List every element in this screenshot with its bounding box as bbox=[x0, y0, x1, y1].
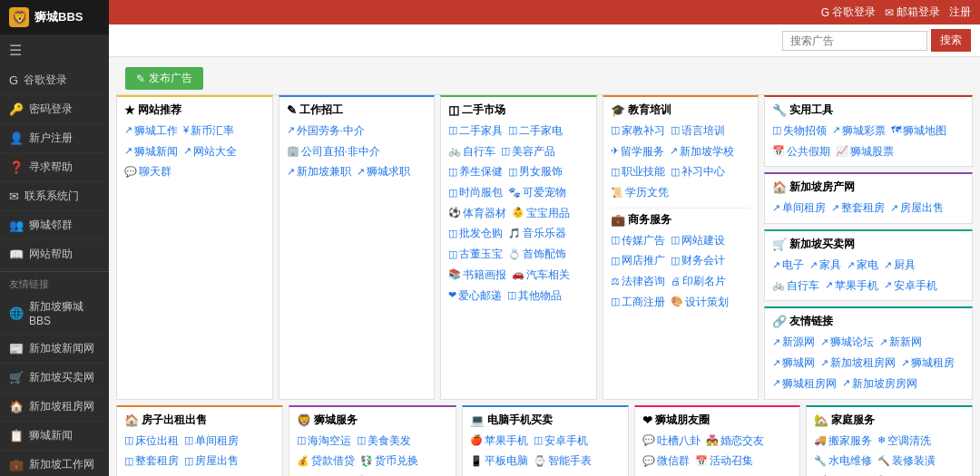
link-kitchen[interactable]: ↗厨具 bbox=[884, 256, 916, 275]
hamburger-icon[interactable]: ☰ bbox=[0, 34, 109, 66]
link-xinyuan[interactable]: ↗新源网 bbox=[772, 333, 815, 352]
link-bed-rent[interactable]: ◫床位出租 bbox=[124, 432, 179, 451]
link-lion-net[interactable]: ↗狮城网 bbox=[772, 354, 815, 373]
link-android-phone[interactable]: ↗安卓手机 bbox=[884, 277, 937, 296]
link-currency-exchange[interactable]: 💱货币兑换 bbox=[360, 452, 418, 471]
link-food-beauty[interactable]: ◫美食美发 bbox=[357, 432, 411, 451]
link-fashion[interactable]: ◫时尚服包 bbox=[448, 183, 503, 202]
topbar-google-login[interactable]: G 谷歌登录 bbox=[821, 5, 876, 20]
link-pets[interactable]: 🐾可爱宠物 bbox=[508, 183, 566, 202]
sidebar-item-lion-news[interactable]: 📋 狮城新闻 bbox=[0, 422, 109, 451]
link-lion-forum[interactable]: ↗狮城论坛 bbox=[820, 333, 874, 352]
sidebar-item-house[interactable]: 🏠 新加坡租房网 bbox=[0, 393, 109, 422]
link-biz-register[interactable]: ◫工商注册 bbox=[611, 293, 665, 312]
link-beauty[interactable]: ◫美容产品 bbox=[501, 142, 555, 161]
link-site-all[interactable]: ↗网站大全 bbox=[183, 142, 237, 161]
sidebar-item-register[interactable]: 👤 新户注册 bbox=[0, 124, 109, 153]
link-electronics[interactable]: ↗电子 bbox=[772, 256, 804, 275]
topbar-register[interactable]: 注册 bbox=[949, 5, 971, 20]
link-other-items[interactable]: ◫其他物品 bbox=[507, 287, 562, 306]
link-bluetooth-watch[interactable]: ◫蓝牙手表 bbox=[470, 472, 524, 476]
link-car[interactable]: 🚗汽车相关 bbox=[512, 266, 570, 285]
link-sg-parttime[interactable]: ↗新加坡兼职 bbox=[287, 162, 351, 181]
link-printing[interactable]: 🖨印刷名片 bbox=[671, 272, 726, 291]
search-input[interactable] bbox=[782, 31, 927, 51]
link-single-rent[interactable]: ↗单间租房 bbox=[772, 199, 826, 218]
link-map[interactable]: 🗺狮城地图 bbox=[891, 121, 946, 141]
link-xinxin[interactable]: ↗新新网 bbox=[879, 333, 922, 352]
link-clothes[interactable]: ◫男女服饰 bbox=[508, 162, 563, 181]
link-wechat-group[interactable]: 💬微信群 bbox=[642, 452, 690, 471]
link-tablet[interactable]: 📱平板电脑 bbox=[470, 452, 528, 471]
sidebar-item-news[interactable]: 📰 新加坡新闻网 bbox=[0, 335, 109, 364]
sidebar-item-bbs[interactable]: 🌐 新加坡狮城BBS bbox=[0, 293, 109, 335]
link-direct-hire[interactable]: 🏢公司直招·非中介 bbox=[287, 142, 380, 161]
link-events[interactable]: 📅活动召集 bbox=[695, 452, 753, 471]
link-sg-house-net[interactable]: ↗新加坡房房网 bbox=[842, 374, 917, 393]
sidebar-item-help[interactable]: ❓ 寻求帮助 bbox=[0, 153, 109, 182]
link-lion-rent[interactable]: ↗狮城租房 bbox=[901, 354, 955, 373]
link-tuition-center[interactable]: ◫补习中心 bbox=[671, 162, 725, 181]
link-furniture[interactable]: ↗家具 bbox=[809, 256, 841, 275]
link-travel[interactable]: ✈狮城旅游 bbox=[297, 472, 350, 476]
link-currency[interactable]: ¥新币汇率 bbox=[183, 121, 234, 141]
topbar-email-login[interactable]: ✉ 邮箱登录 bbox=[885, 5, 940, 20]
link-android-mobile[interactable]: ◫安卓手机 bbox=[534, 432, 588, 451]
link-language[interactable]: ◫语言培训 bbox=[671, 121, 725, 141]
link-music[interactable]: 🎵音乐乐器 bbox=[508, 224, 566, 243]
link-immigration[interactable]: 📋移民·签证 bbox=[356, 472, 416, 476]
link-moving[interactable]: 🚚搬家服务 bbox=[814, 432, 872, 451]
link-books[interactable]: 📚书籍画报 bbox=[448, 266, 506, 285]
link-dating[interactable]: 💑婚恋交友 bbox=[706, 432, 764, 451]
link-shop-promote[interactable]: ◫网店推广 bbox=[611, 251, 665, 270]
link-baby[interactable]: 👶宝宝用品 bbox=[512, 204, 570, 223]
link-appliances[interactable]: ↗家电 bbox=[847, 256, 878, 275]
link-diploma[interactable]: 📜学历文凭 bbox=[611, 183, 669, 202]
link-sports[interactable]: ⚽体育器材 bbox=[448, 204, 506, 223]
link-chat[interactable]: 💬聊天群 bbox=[124, 162, 172, 181]
link-study-room[interactable]: ◫留学备窗 bbox=[184, 472, 239, 476]
link-health[interactable]: ◫养生保健 bbox=[448, 162, 503, 181]
link-antique[interactable]: ◫古董玉宝 bbox=[448, 245, 503, 264]
link-stock[interactable]: 📈狮城股票 bbox=[836, 142, 894, 161]
sidebar-item-buy[interactable]: 🛒 新加坡买卖网 bbox=[0, 364, 109, 393]
link-lion-news[interactable]: ↗狮城新闻 bbox=[124, 142, 178, 161]
link-legal[interactable]: ⚖法律咨询 bbox=[611, 272, 665, 291]
link-full-rent[interactable]: ◫整套租房 bbox=[124, 452, 179, 471]
link-lost[interactable]: ◫失物招领 bbox=[772, 121, 827, 141]
link-house-sell[interactable]: ↗房屋出售 bbox=[890, 199, 944, 218]
link-whole-rent[interactable]: ↗整套租房 bbox=[831, 199, 885, 218]
link-room-rent[interactable]: ◫单间租房 bbox=[184, 432, 239, 451]
publish-ad-button[interactable]: ✎ 发布广告 bbox=[125, 67, 203, 90]
link-study-abroad[interactable]: ✈留学服务 bbox=[611, 142, 664, 161]
link-ac-clean[interactable]: ❄空调清洗 bbox=[877, 432, 931, 451]
sidebar-item-work[interactable]: 💼 新加坡工作网 bbox=[0, 451, 109, 476]
link-sale[interactable]: ◫房屋出售 bbox=[184, 452, 239, 471]
sidebar-item-password-login[interactable]: 🔑 密码登录 bbox=[0, 95, 109, 124]
link-loan[interactable]: 💰贷款借贷 bbox=[297, 452, 355, 471]
sidebar-item-site-help[interactable]: 📖 网站帮助 bbox=[0, 240, 109, 269]
link-media-ad[interactable]: ◫传媒广告 bbox=[611, 231, 665, 250]
link-foreign-labor[interactable]: ↗外国劳务·中介 bbox=[287, 121, 365, 141]
link-accounting[interactable]: ◫财务会计 bbox=[671, 251, 725, 270]
link-2nd-furniture[interactable]: ◫二手家具 bbox=[448, 121, 503, 141]
link-2nd-appliance[interactable]: ◫二手家电 bbox=[508, 121, 563, 141]
link-bike[interactable]: 🚲自行车 bbox=[772, 277, 819, 296]
link-shortterm[interactable]: ◫短期租房 bbox=[124, 472, 179, 476]
link-laptop[interactable]: 💻笔记本电脑 bbox=[530, 472, 599, 476]
link-apple-mobile[interactable]: 🍎苹果手机 bbox=[470, 432, 528, 451]
link-apple-phone[interactable]: ↗苹果手机 bbox=[825, 277, 878, 296]
link-plumbing[interactable]: 🔧水电维修 bbox=[814, 452, 872, 471]
link-smartwatch[interactable]: ⌚智能手表 bbox=[534, 452, 592, 471]
link-design[interactable]: 🎨设计策划 bbox=[671, 293, 729, 312]
link-sg-rent-net[interactable]: ↗新加坡租房网 bbox=[820, 354, 896, 373]
link-holiday[interactable]: 📅公共假期 bbox=[772, 142, 830, 161]
link-cleaning[interactable]: 🧹清洁打扫 bbox=[814, 472, 872, 476]
link-gossip[interactable]: 💬吐槽八卦 bbox=[642, 432, 701, 451]
link-tutoring[interactable]: ◫家教补习 bbox=[611, 121, 665, 141]
link-decor[interactable]: 🔨装修装潢 bbox=[877, 452, 936, 471]
link-lion-work[interactable]: ↗狮城工作 bbox=[124, 121, 178, 141]
link-wholesale[interactable]: ◫批发仓购 bbox=[448, 224, 503, 243]
link-appliance-repair[interactable]: 🔧家电维修 bbox=[877, 472, 936, 476]
link-lottery[interactable]: ↗狮城彩票 bbox=[832, 121, 886, 141]
